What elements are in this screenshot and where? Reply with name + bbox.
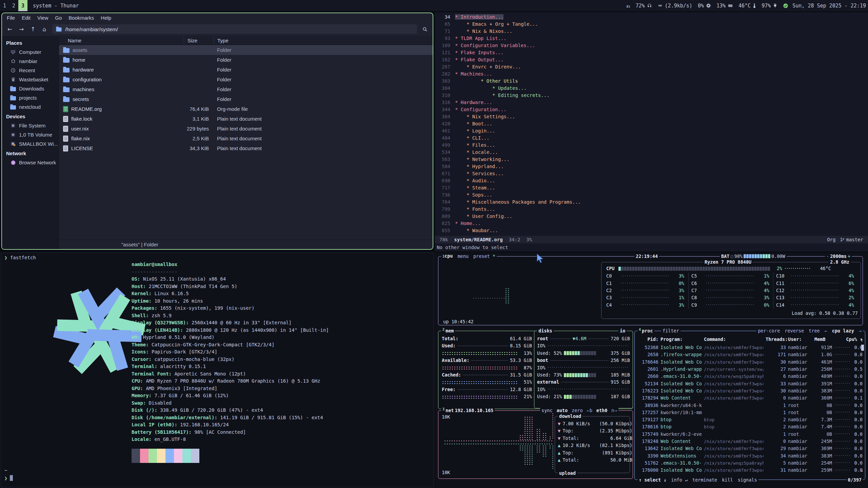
menu-item-go[interactable]: Go <box>52 13 65 22</box>
proc-column-user[interactable]: User: <box>788 336 812 343</box>
proc-footer-signals[interactable]: signals <box>738 476 757 484</box>
file-row[interactable]: hardwareFolder <box>59 65 433 75</box>
proc-control-per-core[interactable]: per-core <box>758 327 780 334</box>
process-pid: 177257 <box>639 409 658 416</box>
sidebar-item-recent[interactable]: Recent <box>2 66 59 75</box>
line-number: 855 <box>435 227 450 234</box>
proc-footer-terminate[interactable]: terminate <box>692 476 717 484</box>
proc-sort-prev[interactable]: ← <box>825 327 827 334</box>
column-header-name[interactable]: Name <box>59 38 184 43</box>
sidebar-item-downloads[interactable]: Downloads <box>2 84 59 93</box>
process-pid: 176223 <box>639 387 658 394</box>
net-prev-iface[interactable]: ←b <box>587 407 592 414</box>
proc-footer-kill[interactable]: kill <box>722 476 733 484</box>
sidebar-item-smallbox-wi-[interactable]: SMALLBOX Wi... <box>2 139 59 148</box>
process-user: nambiar <box>788 359 812 366</box>
menu-item-file[interactable]: File <box>3 13 18 22</box>
net-next-iface[interactable]: n→ <box>611 407 617 414</box>
process-row[interactable]: 3390WebExtensions/nix/store/sm8fmrf3wps4… <box>636 452 867 460</box>
file-row[interactable]: configurationFolder <box>59 75 433 84</box>
workspace-button-1[interactable]: 1 <box>0 0 9 11</box>
process-command: /nix/store/sm8fmrf3wps4 <box>704 351 764 358</box>
process-row[interactable]: 177257kworker/10:1-mm_1root0B0.0 <box>636 409 867 416</box>
process-row[interactable]: 2660.emacs-31.0.50-/nix/store/wnqz5pa8ra… <box>636 373 867 380</box>
file-row[interactable]: user.nix229 bytesPlain text document <box>59 124 433 134</box>
proc-column-pid[interactable]: Pid: <box>639 336 658 343</box>
process-row[interactable]: 176646Isolated Web Co/nix/store/sm8fmrf3… <box>636 359 867 366</box>
column-header-type[interactable]: Type <box>214 36 433 45</box>
search-button[interactable] <box>420 24 430 34</box>
workspace-button-2[interactable]: 2 <box>9 0 18 11</box>
process-row[interactable]: 176000Isolated Web Co/nix/store/sm8fmrf3… <box>636 467 867 474</box>
tab-cpu[interactable]: 1cpu <box>442 252 453 260</box>
proc-scrollbar-thumb[interactable] <box>861 345 864 351</box>
column-header-size[interactable]: Size <box>184 36 214 45</box>
process-row[interactable]: 13642Isolated Web Co/nix/store/sm8fmrf3w… <box>636 445 867 452</box>
core-percent: 0% <box>757 302 769 309</box>
process-row[interactable]: 2658.firefox-wrappe/nix/store/sm8fmrf3wp… <box>636 351 867 358</box>
proc-scroll-up-icon[interactable]: ↑ <box>861 337 865 343</box>
proc-footer-select[interactable]: ↑ select ↓ <box>639 476 666 484</box>
forward-button[interactable]: → <box>16 24 26 34</box>
sidebar-item-nambiar[interactable]: nambiar <box>2 57 59 66</box>
sidebar-item-projects[interactable]: projects <box>2 93 59 102</box>
terminal-window[interactable]: ❯ fastfetch nambiar@smallbox------------… <box>1 252 434 487</box>
file-row[interactable]: homeFolder <box>59 55 433 65</box>
process-row[interactable]: 178294Web Content/nix/store/sm8fmrf3wps4… <box>636 394 867 402</box>
file-row[interactable]: assetsFolder <box>59 45 433 55</box>
sidebar-item-file-system[interactable]: File System <box>2 121 59 130</box>
proc-scroll-down-icon[interactable]: ↓ <box>861 467 865 473</box>
process-row[interactable]: 178616btopbtop2nambiar7.4M0.0 <box>636 423 867 430</box>
proc-column-command[interactable]: Command: <box>704 336 764 343</box>
proc-control-reverse[interactable]: reverse <box>785 327 804 334</box>
sidebar-item-browse-network[interactable]: Browse Network <box>2 158 59 167</box>
path-bar[interactable]: /home/nambiar/system/ <box>52 24 417 34</box>
menu-item-edit[interactable]: Edit <box>18 13 34 22</box>
process-row[interactable]: 51762.emacs-31.0.50-/nix/store/wnqz5pa8r… <box>636 460 867 467</box>
file-row[interactable]: flake.lock3,1 KiBPlain text document <box>59 114 433 124</box>
process-row[interactable]: 175749kworker/6:2-even1root0B0.0 <box>636 431 867 438</box>
file-row[interactable]: machinesFolder <box>59 84 433 94</box>
line-number: 461 <box>435 127 450 135</box>
proc-footer-info[interactable]: info ↵ <box>671 476 688 484</box>
proc-control-tree[interactable]: tree <box>809 327 820 334</box>
up-button[interactable]: ↑ <box>28 24 38 34</box>
menu-item-help[interactable]: Help <box>97 13 115 22</box>
tab-menu[interactable]: menu <box>457 253 469 260</box>
proc-column-program[interactable]: Program: <box>660 336 702 343</box>
process-row[interactable]: 2601.Hyprland-wrapp/run/current-system/s… <box>636 366 867 373</box>
process-row[interactable]: 52368Isolated Web Co/nix/store/sm8fmrf3w… <box>636 344 867 351</box>
home-button[interactable]: ⌂ <box>39 24 50 34</box>
shell-prompt-empty[interactable]: ❯ <box>4 475 13 481</box>
sidebar-item-computer[interactable]: Computer <box>2 47 59 57</box>
process-row[interactable]: 179127btopbtop2nambiar7.3M0.0 <box>636 416 867 423</box>
process-row[interactable]: 38936kworker/u64:6-kc1root0B0.0 <box>636 402 867 409</box>
net-sync-button[interactable]: sync <box>541 407 553 414</box>
process-mem: 245M <box>814 438 832 445</box>
net-box: 3net192.168.10.165syncautozero←beth0n→10… <box>438 410 633 479</box>
proc-column-memb[interactable]: MemB <box>814 336 832 343</box>
file-row[interactable]: secretsFolder <box>59 94 433 104</box>
tab-preset[interactable]: preset * <box>473 253 495 260</box>
sidebar-item-wastebasket[interactable]: Wastebasket <box>2 75 59 84</box>
sidebar-item-nextcloud[interactable]: nextcloud <box>2 102 59 111</box>
fastfetch-label: Memory: <box>132 393 154 398</box>
menu-item-view[interactable]: View <box>34 13 52 22</box>
process-row[interactable]: 176223Isolated Web Co/nix/store/sm8fmrf3… <box>636 387 867 394</box>
file-row[interactable]: LICENSE34,3 KiBPlain text document <box>59 143 433 153</box>
menu-item-bookmarks[interactable]: Bookmarks <box>65 13 97 22</box>
proc-column-threads[interactable]: Threads: <box>766 336 786 343</box>
sidebar-item-1-0-tb-volume[interactable]: 1,0 TB Volume <box>2 130 59 139</box>
process-row[interactable]: 52134Isolated Web Co/nix/store/sm8fmrf3w… <box>636 380 867 387</box>
org-heading-text: * TLDR App List... <box>455 36 507 41</box>
proc-column-cpu%[interactable]: Cpu% ↑ <box>834 336 863 343</box>
file-row[interactable]: README.org76,4 KiBOrg-mode file <box>59 104 433 114</box>
download-label: download <box>558 413 583 420</box>
workspace-button-3[interactable]: 3 <box>18 0 27 11</box>
proc-sort-next[interactable]: → <box>859 327 862 334</box>
file-row[interactable]: flake.nix2,5 KiBPlain text document <box>59 134 433 143</box>
back-button[interactable]: ← <box>5 24 15 34</box>
process-mem: 259M <box>814 467 832 474</box>
process-row[interactable]: 178248Web Content/nix/store/sm8fmrf3wps4… <box>636 438 867 445</box>
core-percent: 3% <box>672 287 684 294</box>
